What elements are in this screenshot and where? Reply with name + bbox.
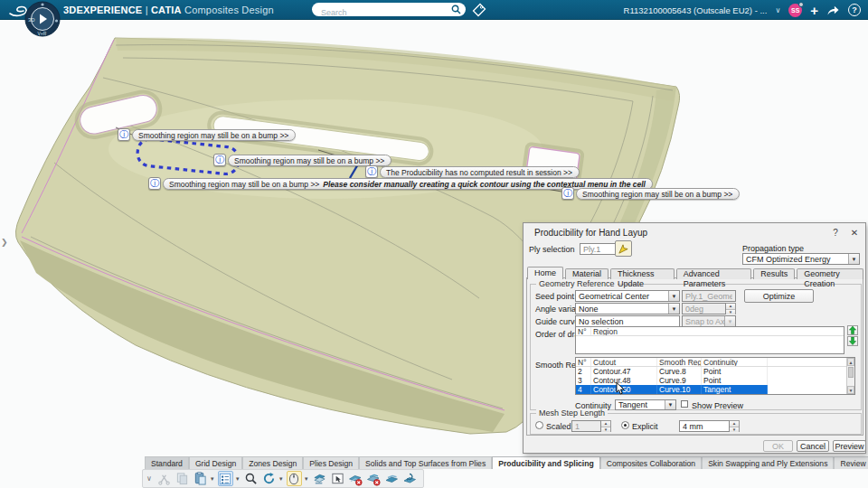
ribbon-tab-solids-top-surfaces[interactable]: Solids and Top Surfaces from Plies (359, 456, 492, 469)
scroll-down-icon[interactable]: ▼ (847, 386, 854, 394)
ribbon-tab-plies-design[interactable]: Plies Design (303, 456, 359, 469)
angle-spinner[interactable]: ▲▼ (726, 303, 736, 314)
col-continuity[interactable]: Continuity (702, 358, 768, 366)
warning-tooltip[interactable]: ⓘ Smoothing region may still be on a bum… (213, 154, 392, 166)
search-zoom-icon[interactable] (243, 471, 259, 486)
dialog-close-button[interactable]: ✕ (848, 228, 861, 238)
table-scrollbar[interactable]: ▲ ▼ (846, 358, 854, 394)
ribbon-tab-composites-collaboration[interactable]: Composites Collaboration (600, 456, 702, 469)
order-of-drape-table[interactable]: N° Region (575, 326, 844, 354)
move-down-button[interactable] (847, 336, 858, 346)
scaled-radio[interactable] (535, 421, 543, 429)
seed-point-select[interactable]: Geometrical Center ▼ (575, 290, 680, 302)
col-num[interactable]: N° (576, 358, 591, 366)
tab-results[interactable]: Results (753, 268, 795, 279)
ply-layup-icon[interactable] (312, 471, 327, 486)
tab-thickness-update[interactable]: Thickness Update (610, 268, 675, 279)
propagation-type-select[interactable]: CFM Optimized Energy ▼ (742, 253, 860, 265)
table-row[interactable]: 3 Contour.48 Curve.9 Point (576, 376, 854, 385)
cell-cutout[interactable]: Contour.48 (591, 376, 657, 385)
cut-icon (156, 471, 172, 486)
explicit-spinner[interactable]: ▲▼ (730, 420, 740, 432)
select-mouse-icon[interactable] (287, 471, 302, 486)
warning-tooltip[interactable]: ⓘ Smoothing region may still be on a bum… (561, 187, 740, 200)
guide-curve-label: Guide curve (535, 317, 580, 326)
cell-num[interactable]: 2 (576, 367, 591, 376)
scroll-up-icon[interactable]: ▲ (847, 358, 854, 366)
smooth-regions-table[interactable]: N° Cutout Smooth Region Continuity 2 Con… (575, 357, 855, 395)
warning-tooltip[interactable]: ⓘ The Producibility has no computed resu… (365, 165, 580, 178)
search-input[interactable] (321, 7, 448, 19)
table-row-selected[interactable]: 4 Contour.50 Curve.10 Tangent (576, 385, 854, 394)
angle-value-field (682, 303, 726, 314)
info-bubble-icon: ⓘ (118, 128, 130, 141)
ribbon-tab-review[interactable]: Review (834, 456, 868, 469)
tenant-label[interactable]: R1132100005643 (Outscale EU2) - ... (624, 5, 768, 15)
tab-material[interactable]: Material (565, 268, 609, 279)
ribbon-tab-producibility-splicing[interactable]: Producibility and Splicing (492, 456, 600, 469)
dialog-help-button[interactable]: ? (829, 228, 842, 238)
warning-tooltip[interactable]: ⓘ Smoothing region may still be on a bum… (118, 128, 296, 141)
continuity-select[interactable]: Tangent ▼ (615, 399, 676, 410)
col-cutout[interactable]: Cutout (591, 358, 657, 366)
user-avatar[interactable]: SS (788, 4, 802, 17)
preview-button[interactable]: Preview (833, 440, 866, 452)
producibility-error-icon-1[interactable] (348, 471, 363, 486)
chevron-down-icon[interactable]: ▼ (304, 476, 309, 482)
tab-home[interactable]: Home (527, 267, 563, 279)
ribbon-tab-zones-design[interactable]: Zones Design (242, 456, 303, 469)
seed-point-ref-field (682, 290, 736, 302)
3d-compass[interactable]: 3D V+R (24, 1, 61, 37)
cancel-button[interactable]: Cancel (797, 440, 829, 452)
overflow-chevron-icon[interactable]: ∨ (146, 474, 152, 483)
cell-smooth[interactable]: Curve.8 (657, 367, 702, 376)
move-up-button[interactable] (847, 325, 858, 335)
compass-south-label[interactable]: V+R (38, 31, 47, 36)
tab-advanced-parameters[interactable]: Advanced Parameters (676, 268, 752, 279)
home-tab-page: Geometry Reference Seed point Geometrica… (526, 277, 863, 436)
explicit-radio[interactable] (621, 421, 629, 429)
cell-cutout[interactable]: Contour.50 (591, 385, 657, 394)
scrollbar-thumb[interactable] (848, 367, 854, 378)
ribbon-tab-grid-design[interactable]: Grid Design (189, 456, 242, 469)
ribbon-tab-standard[interactable]: Standard (145, 456, 189, 469)
panel-expand-chevron[interactable]: ❯ (1, 238, 8, 247)
cell-continuity[interactable]: Point (702, 376, 768, 385)
show-preview-checkbox[interactable] (681, 400, 688, 408)
cell-num[interactable]: 3 (576, 376, 591, 385)
search-icon[interactable] (451, 5, 461, 14)
compass-west-label[interactable]: 3D (28, 17, 35, 23)
tab-geometry-creation[interactable]: Geometry Creation (797, 268, 863, 279)
cell-num[interactable]: 4 (576, 385, 591, 394)
tenant-chevron-icon[interactable]: ∨ (775, 6, 780, 14)
producibility-icon-1[interactable] (384, 471, 400, 486)
continuity-value: Tangent (616, 400, 665, 409)
tag-icon[interactable] (472, 3, 486, 17)
chevron-down-icon[interactable]: ▼ (278, 476, 284, 482)
help-icon[interactable]: ? (848, 4, 861, 16)
col-smooth-region[interactable]: Smooth Region (657, 358, 702, 366)
paste-icon[interactable] (193, 471, 208, 486)
window-selection-icon[interactable] (330, 471, 345, 486)
specification-tree-icon[interactable] (218, 471, 233, 486)
producibility-icon-2[interactable] (402, 471, 418, 486)
explicit-field[interactable] (679, 420, 730, 432)
chevron-down-icon: ▼ (665, 400, 675, 409)
ribbon-tab-skin-swapping[interactable]: Skin Swapping and Ply Extensions (702, 456, 834, 469)
add-icon[interactable]: + (810, 4, 818, 17)
producibility-error-icon-2[interactable] (366, 471, 382, 486)
search-bar[interactable] (312, 3, 466, 16)
cell-smooth[interactable]: Curve.10 (657, 385, 702, 394)
cell-continuity[interactable]: Tangent (702, 385, 768, 394)
optimize-button[interactable]: Optimize (744, 289, 814, 303)
ply-select-cursor-button[interactable] (615, 240, 632, 257)
chevron-down-icon[interactable]: ▼ (235, 476, 241, 482)
angle-variation-select[interactable]: None ▼ (575, 303, 680, 314)
table-row[interactable]: 2 Contour.47 Curve.8 Point (576, 367, 854, 376)
cell-continuity[interactable]: Point (702, 367, 768, 376)
cell-cutout[interactable]: Contour.47 (591, 367, 657, 376)
chevron-down-icon[interactable]: ▼ (210, 476, 215, 482)
cell-smooth[interactable]: Curve.9 (657, 376, 702, 385)
share-icon[interactable] (826, 5, 840, 16)
update-icon[interactable] (261, 471, 277, 486)
